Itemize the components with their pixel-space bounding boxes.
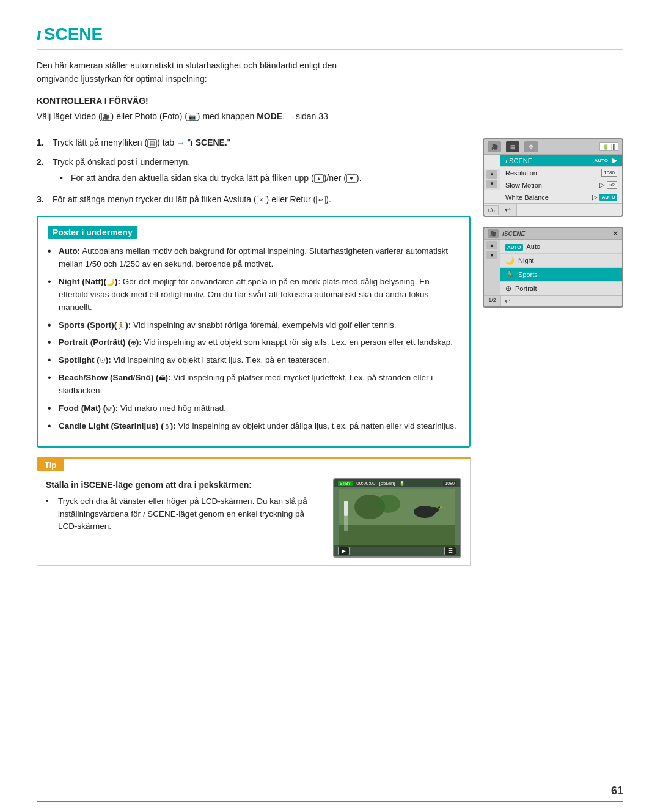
cam-submenu-panel: 🎥 ıSCENE ✕ ▲ ▼ AUTO Auto	[483, 227, 623, 308]
camera-screenshot: STBY 00:00:00 [55Min] 🔋 1080	[333, 478, 461, 558]
list-item: • Spotlight (☉): Vid inspelning av objek…	[48, 354, 460, 367]
bottom-line	[37, 801, 623, 802]
list-item: • Food (Mat) (🍽): Vid makro med hög mätt…	[48, 402, 460, 415]
play-btn[interactable]: ▶	[338, 547, 350, 555]
scene-svg	[339, 489, 455, 547]
menu-value-resolution: 1080	[601, 169, 617, 177]
title-text: SCENE	[44, 24, 103, 44]
page-title: ı SCENE	[37, 24, 623, 50]
cam-menu-items: ı SCENE AUTO ▶ Resolution 1080 Slow Mo	[501, 155, 622, 203]
menu-item-scene[interactable]: ı SCENE AUTO ▶	[501, 155, 622, 167]
battery-icon: 🔋	[399, 481, 405, 486]
left-column: 1. Tryck lätt på menyfliken (▤) tab → "ı…	[37, 136, 471, 566]
step-3: 3. För att stänga menyn trycker du lätt …	[37, 193, 471, 206]
auto-label: Auto	[527, 243, 541, 250]
auto-text: AUTO	[505, 244, 523, 251]
arrow-right-2: ▷	[600, 181, 604, 189]
up-icon: ▲	[314, 174, 324, 183]
wb-auto-badge: AUTO	[600, 194, 617, 201]
list-item: • Auto: Autobalans mellan motiv och bakg…	[48, 245, 460, 271]
step-3-num: 3.	[37, 193, 48, 206]
menu-item-slow-motion[interactable]: Slow Motion ▷ ×2	[501, 179, 622, 191]
tip-list: • Tryck och dra åt vänster eller höger p…	[46, 495, 323, 533]
arrow-right-3: ▷	[592, 193, 597, 201]
submenu-item-portrait[interactable]: ⊕ Portrait	[501, 282, 622, 295]
list-item: • Night (Natt)(🌙): Gör det möjligt för a…	[48, 276, 460, 314]
menu-label-scene: ı SCENE	[505, 157, 532, 164]
menu-label-white-balance: White Balance	[505, 194, 549, 201]
list-item: • Portrait (Porträtt) (⊕): Vid inspelnin…	[48, 336, 460, 349]
cam2-nav-down[interactable]: ▼	[486, 251, 497, 259]
menu-item-resolution[interactable]: Resolution 1080	[501, 167, 622, 179]
sports-icon: 🏃	[505, 270, 515, 279]
portrait-icon: ⊕	[505, 284, 512, 293]
poster-box-title: Poster i undermeny	[48, 226, 138, 239]
auto-badge: AUTO	[592, 157, 610, 164]
nav-up-btn[interactable]: ▲	[486, 170, 497, 179]
tip-label: Tip	[37, 459, 64, 471]
cam-status: STBY 00:00:00 [55Min] 🔋	[338, 481, 405, 486]
list-item: • Candle Light (Stearinljus) (🕯): Vid in…	[48, 420, 460, 433]
timecode: 00:00:00	[356, 481, 375, 486]
step-2-content: Tryck på önskad post i undermenyn. •För …	[53, 155, 362, 188]
step-1-num: 1.	[37, 136, 48, 150]
photo-mode-icon: 📷	[188, 113, 197, 121]
video-mode-icon: 🎥	[101, 113, 111, 121]
nav-down-btn[interactable]: ▼	[486, 180, 497, 188]
right-column: 🎥 ▤ ⚙ 🔋 ||| ▲ ▼ ı SCENE AUTO	[483, 136, 623, 308]
resolution-value: 1080	[601, 169, 617, 177]
cam2-items: AUTO Auto 🌙 Night 🏃 Sports ⊕ Portra	[501, 240, 622, 295]
cam-top-bar: 🎥 ▤ ⚙ 🔋 |||	[484, 139, 622, 155]
cam2-page-back: 1/2 ↩	[484, 295, 622, 306]
cam2-page: 1/2	[484, 296, 501, 306]
tip-inner: Ställa in iSCENE-läge genom att dra i pe…	[37, 471, 470, 565]
night-label: Night	[518, 257, 534, 264]
cam-menu-row: ▲ ▼ ı SCENE AUTO ▶ Resolution 1080	[484, 155, 622, 204]
cam-menu-panel: 🎥 ▤ ⚙ 🔋 ||| ▲ ▼ ı SCENE AUTO	[483, 138, 623, 217]
time-remaining: [55Min]	[379, 481, 395, 486]
menu-value-slow-motion: ▷ ×2	[600, 181, 617, 189]
step-1-content: Tryck lätt på menyfliken (▤) tab → "ı SC…	[53, 136, 230, 150]
submenu-item-auto[interactable]: AUTO Auto	[501, 240, 622, 254]
list-item: • Sports (Sport)(🏃): Vid inspelning av s…	[48, 319, 460, 332]
cam2-nav-up[interactable]: ▲	[486, 241, 497, 249]
menu-item-white-balance[interactable]: White Balance ▷ AUTO	[501, 191, 622, 203]
step-1: 1. Tryck lätt på menyfliken (▤) tab → "ı…	[37, 136, 471, 150]
step-2: 2. Tryck på önskad post i undermenyn. •F…	[37, 155, 471, 188]
cam-back-btn[interactable]: ↩	[499, 204, 517, 216]
cam2-rows: ▲ ▼ AUTO Auto 🌙 Night 🏃	[484, 240, 622, 295]
menu-value-white-balance: ▷ AUTO	[592, 193, 617, 201]
menu-btn[interactable]: ☰	[444, 547, 457, 555]
cam-icon-row: 🎥 ▤ ⚙	[488, 141, 538, 152]
section-sub: Välj läget Video (🎥) eller Photo (Foto) …	[37, 109, 623, 124]
step-2-num: 2.	[37, 155, 48, 188]
cam-res-status: 1080	[443, 481, 457, 486]
close-btn[interactable]: ✕	[612, 229, 618, 238]
title-icon: ı	[37, 24, 42, 44]
return-icon: ↩	[316, 196, 326, 204]
cam-nav-col: ▲ ▼	[484, 169, 501, 190]
menu-value-scene: AUTO ▶	[592, 157, 617, 164]
list-item: • Beach/Show (Sand/Snö) (🏔): Vid inspeln…	[48, 372, 460, 397]
cam-status-box: 🔋 |||	[600, 142, 618, 151]
submenu-item-sports[interactable]: 🏃 Sports	[501, 268, 622, 282]
portrait-label: Portrait	[515, 285, 537, 292]
submenu-item-night[interactable]: 🌙 Night	[501, 254, 622, 268]
svg-rect-1	[339, 525, 455, 547]
cam-screenshot-top: STBY 00:00:00 [55Min] 🔋 1080	[334, 479, 460, 487]
night-icon: 🌙	[505, 256, 515, 265]
list-item: • Tryck och dra åt vänster eller höger p…	[46, 495, 323, 533]
page-number: 61	[611, 784, 623, 797]
cam-bottom: ▶ ☰	[334, 545, 460, 556]
cam2-back-btn[interactable]: ↩	[501, 296, 622, 306]
menu-label-resolution: Resolution	[505, 169, 537, 177]
svg-point-9	[376, 495, 400, 513]
rec-badge: STBY	[338, 481, 353, 486]
slow-motion-value: ×2	[607, 181, 617, 189]
cam2-nav: ▲ ▼	[484, 240, 501, 295]
poster-list: • Auto: Autobalans mellan motiv och bakg…	[48, 245, 460, 433]
cam2-title: ıSCENE	[502, 231, 525, 237]
sports-label: Sports	[518, 271, 538, 278]
down-icon: ▼	[346, 174, 356, 183]
tip-box: Tip Ställa in iSCENE-läge genom att dra …	[37, 457, 471, 566]
